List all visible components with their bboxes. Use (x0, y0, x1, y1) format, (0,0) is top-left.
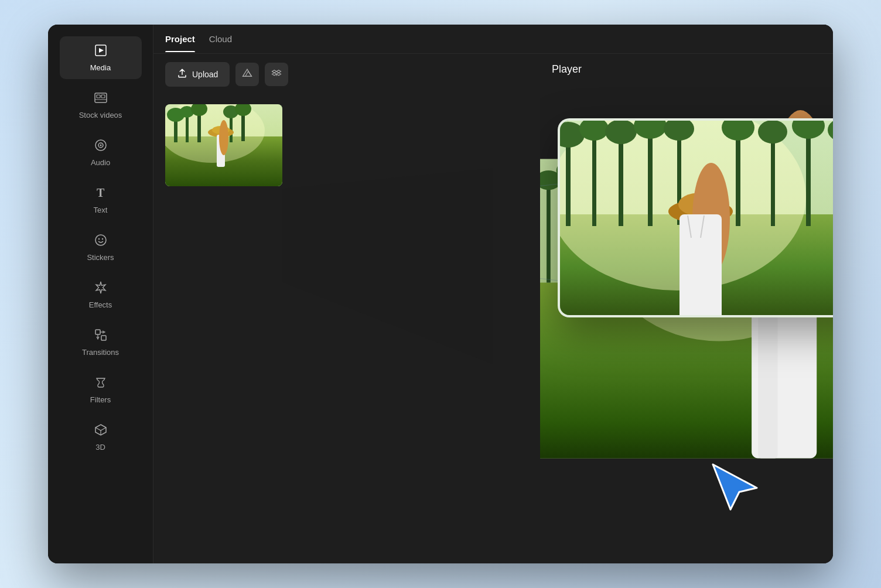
sidebar-item-transitions[interactable]: Transitions (60, 321, 142, 364)
svg-rect-13 (95, 330, 100, 334)
svg-point-82 (758, 121, 787, 143)
svg-rect-81 (771, 129, 775, 226)
svg-text:T: T (97, 186, 105, 199)
media-grid (165, 104, 528, 186)
svg-rect-39 (547, 179, 551, 283)
sidebar-item-stickers-label: Stickers (87, 253, 114, 262)
cursor-arrow (710, 461, 763, 517)
upload-icon (177, 68, 187, 81)
sidebar-item-stock-videos[interactable]: Stock videos (60, 84, 142, 127)
3d-icon (94, 423, 108, 439)
svg-rect-3 (97, 95, 100, 98)
svg-rect-4 (101, 95, 105, 98)
gdrive-button[interactable] (235, 63, 259, 86)
upload-button[interactable]: Upload (165, 62, 230, 87)
tabs-bar: Project Cloud (153, 25, 833, 54)
media-thumbnail[interactable] (165, 104, 282, 186)
dropbox-icon (271, 68, 282, 81)
sidebar-item-3d[interactable]: 3D (60, 416, 142, 459)
svg-point-8 (100, 145, 101, 146)
gdrive-icon (242, 68, 252, 81)
sidebar-item-stock-label: Stock videos (79, 111, 122, 119)
svg-rect-75 (648, 124, 653, 226)
right-panel: Player (540, 54, 833, 563)
sidebar-item-media[interactable]: Media (60, 36, 142, 79)
svg-point-11 (98, 238, 99, 240)
upload-label: Upload (192, 70, 218, 79)
svg-marker-95 (713, 464, 757, 510)
sidebar-item-media-label: Media (90, 63, 111, 72)
sidebar-item-transitions-label: Transitions (82, 348, 119, 357)
main-content: Project Cloud (153, 25, 833, 563)
left-panel: Upload (153, 54, 540, 563)
app-window: Media Stock videos Audio (48, 25, 833, 563)
tab-project[interactable]: Project (165, 26, 195, 52)
tab-cloud[interactable]: Cloud (209, 26, 232, 52)
audio-icon (94, 138, 108, 155)
media-icon (94, 43, 108, 60)
zoom-preview-card (558, 118, 833, 317)
sidebar-item-audio[interactable]: Audio (60, 131, 142, 174)
svg-point-10 (95, 235, 106, 245)
text-icon: T (94, 186, 108, 202)
thumbnail-image (165, 104, 282, 186)
sidebar-item-filters[interactable]: Filters (60, 368, 142, 411)
sidebar-item-effects[interactable]: Effects (60, 274, 142, 316)
sidebar-item-filters-label: Filters (90, 395, 111, 404)
sidebar-item-3d-label: 3D (95, 443, 105, 452)
svg-rect-71 (592, 127, 596, 226)
toolbar: Upload (153, 54, 540, 95)
filters-icon (94, 375, 108, 392)
sidebar-item-text-label: Text (94, 206, 108, 214)
stickers-icon (94, 233, 108, 249)
sidebar-item-text[interactable]: T Text (60, 179, 142, 221)
transitions-icon (94, 328, 108, 344)
content-area: Upload (153, 54, 833, 563)
stock-videos-icon (94, 91, 108, 107)
player-label: Player (552, 63, 582, 76)
svg-point-12 (101, 238, 103, 240)
effects-icon (94, 281, 108, 297)
media-panel (153, 95, 540, 563)
sidebar: Media Stock videos Audio (48, 25, 153, 563)
svg-marker-1 (99, 48, 104, 53)
svg-point-34 (219, 120, 228, 155)
svg-rect-14 (101, 336, 106, 340)
svg-rect-83 (806, 124, 811, 226)
sidebar-item-audio-label: Audio (91, 158, 110, 167)
dropbox-button[interactable] (265, 63, 288, 86)
svg-rect-92 (679, 214, 722, 317)
sidebar-item-effects-label: Effects (89, 300, 112, 309)
sidebar-item-stickers[interactable]: Stickers (60, 226, 142, 269)
